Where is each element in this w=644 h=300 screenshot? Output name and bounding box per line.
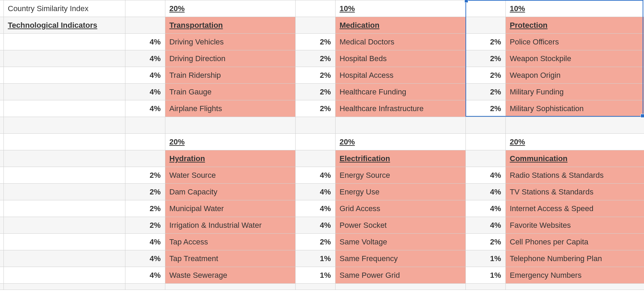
- table-row[interactable]: 2% Municipal Water 4% Grid Access 4% Int…: [0, 200, 644, 217]
- pct-cell[interactable]: 2%: [465, 100, 505, 117]
- item-label[interactable]: Dam Capacity: [165, 184, 295, 200]
- table-row[interactable]: 4% Tap Access 2% Same Voltage 2% Cell Ph…: [0, 234, 644, 250]
- pct-cell[interactable]: [465, 134, 505, 150]
- item-label[interactable]: Military Sophistication: [505, 100, 644, 117]
- item-label[interactable]: Military Funding: [505, 84, 644, 100]
- pct-cell[interactable]: 2%: [125, 167, 165, 184]
- group-name[interactable]: Protection: [505, 17, 644, 34]
- item-label[interactable]: Water Source: [165, 167, 295, 184]
- pct-cell[interactable]: [125, 150, 165, 167]
- empty-cell[interactable]: [3, 184, 125, 200]
- empty-cell[interactable]: [3, 50, 125, 67]
- pct-cell[interactable]: 4%: [295, 167, 335, 184]
- empty-cell[interactable]: [3, 217, 125, 234]
- pct-cell[interactable]: [465, 150, 505, 167]
- item-label[interactable]: Irrigation & Industrial Water: [165, 217, 295, 234]
- table-row[interactable]: 2% Dam Capacity 4% Energy Use 4% TV Stat…: [0, 184, 644, 200]
- item-label[interactable]: Radio Stations & Standards: [505, 167, 644, 184]
- pct-cell[interactable]: 4%: [465, 184, 505, 200]
- table-row[interactable]: 2% Water Source 4% Energy Source 4% Radi…: [0, 167, 644, 184]
- pct-cell[interactable]: [465, 0, 505, 17]
- item-label[interactable]: Hospital Beds: [335, 50, 465, 67]
- group-name[interactable]: Hydration: [165, 150, 295, 167]
- empty-cell[interactable]: [505, 284, 644, 290]
- section-heading[interactable]: Technological Indicators: [3, 17, 125, 34]
- empty-cell[interactable]: [465, 284, 505, 290]
- table-row[interactable]: 4% Train Gauge 2% Healthcare Funding 2% …: [0, 84, 644, 100]
- pct-cell[interactable]: [125, 0, 165, 17]
- empty-cell[interactable]: [125, 284, 165, 290]
- empty-cell[interactable]: [3, 34, 125, 50]
- pct-cell[interactable]: 2%: [295, 34, 335, 50]
- title-cell[interactable]: Country Similarity Index: [3, 0, 125, 17]
- pct-cell[interactable]: [295, 17, 335, 34]
- pct-cell[interactable]: 2%: [125, 200, 165, 217]
- item-label[interactable]: Tap Access: [165, 234, 295, 250]
- item-label[interactable]: Energy Source: [335, 167, 465, 184]
- group-weight[interactable]: 20%: [165, 0, 295, 17]
- empty-cell[interactable]: [465, 117, 505, 134]
- pct-cell[interactable]: 2%: [295, 50, 335, 67]
- pct-cell[interactable]: 2%: [465, 234, 505, 250]
- pct-cell[interactable]: 4%: [125, 34, 165, 50]
- item-label[interactable]: Medical Doctors: [335, 34, 465, 50]
- item-label[interactable]: Cell Phones per Capita: [505, 234, 644, 250]
- empty-cell[interactable]: [125, 117, 165, 134]
- pct-cell[interactable]: [295, 150, 335, 167]
- empty-cell[interactable]: [3, 234, 125, 250]
- empty-cell[interactable]: [3, 100, 125, 117]
- item-label[interactable]: Same Frequency: [335, 250, 465, 267]
- item-label[interactable]: Weapon Origin: [505, 67, 644, 84]
- item-label[interactable]: Same Power Grid: [335, 267, 465, 284]
- item-label[interactable]: Healthcare Infrastructure: [335, 100, 465, 117]
- pct-cell[interactable]: 4%: [465, 200, 505, 217]
- group-name[interactable]: Communication: [505, 150, 644, 167]
- empty-cell[interactable]: [335, 284, 465, 290]
- item-label[interactable]: Municipal Water: [165, 200, 295, 217]
- empty-cell[interactable]: [3, 150, 125, 167]
- item-label[interactable]: Police Officers: [505, 34, 644, 50]
- empty-cell[interactable]: [3, 117, 125, 134]
- pct-cell[interactable]: 4%: [125, 84, 165, 100]
- pct-cell[interactable]: 2%: [465, 67, 505, 84]
- pct-cell[interactable]: 2%: [295, 234, 335, 250]
- item-label[interactable]: Telephone Numbering Plan: [505, 250, 644, 267]
- item-label[interactable]: Train Gauge: [165, 84, 295, 100]
- group-weight[interactable]: 20%: [335, 134, 465, 150]
- pct-cell[interactable]: 4%: [465, 217, 505, 234]
- pct-cell[interactable]: 4%: [125, 50, 165, 67]
- group-weight[interactable]: 10%: [335, 0, 465, 17]
- pct-cell[interactable]: 1%: [465, 267, 505, 284]
- table-row[interactable]: 4% Airplane Flights 2% Healthcare Infras…: [0, 100, 644, 117]
- empty-cell[interactable]: [165, 284, 295, 290]
- item-label[interactable]: Hospital Access: [335, 67, 465, 84]
- item-label[interactable]: Same Voltage: [335, 234, 465, 250]
- table-row[interactable]: 2% Irrigation & Industrial Water 4% Powe…: [0, 217, 644, 234]
- item-label[interactable]: Train Ridership: [165, 67, 295, 84]
- empty-cell[interactable]: [3, 84, 125, 100]
- pct-cell[interactable]: 1%: [295, 267, 335, 284]
- pct-cell[interactable]: 4%: [125, 100, 165, 117]
- pct-cell[interactable]: 2%: [465, 84, 505, 100]
- item-label[interactable]: Driving Direction: [165, 50, 295, 67]
- empty-cell[interactable]: [295, 117, 335, 134]
- pct-cell[interactable]: 4%: [125, 267, 165, 284]
- table-row[interactable]: 4% Waste Sewerage 1% Same Power Grid 1% …: [0, 267, 644, 284]
- row-weights-top[interactable]: Country Similarity Index 20% 10% 10%: [0, 0, 644, 17]
- item-label[interactable]: Emergency Numbers: [505, 267, 644, 284]
- pct-cell[interactable]: [295, 134, 335, 150]
- table-row[interactable]: 4% Tap Treatment 1% Same Frequency 1% Te…: [0, 250, 644, 267]
- item-label[interactable]: TV Stations & Standards: [505, 184, 644, 200]
- item-label[interactable]: Favorite Websites: [505, 217, 644, 234]
- row-groupnames-bottom[interactable]: Hydration Electrification Communication: [0, 150, 644, 167]
- pct-cell[interactable]: 4%: [295, 200, 335, 217]
- pct-cell[interactable]: 4%: [465, 167, 505, 184]
- item-label[interactable]: Tap Treatment: [165, 250, 295, 267]
- pct-cell[interactable]: 2%: [295, 100, 335, 117]
- pct-cell[interactable]: 2%: [295, 84, 335, 100]
- empty-cell[interactable]: [3, 167, 125, 184]
- pct-cell[interactable]: 1%: [465, 250, 505, 267]
- empty-cell[interactable]: [3, 267, 125, 284]
- pct-cell[interactable]: 4%: [125, 67, 165, 84]
- group-name[interactable]: Electrification: [335, 150, 465, 167]
